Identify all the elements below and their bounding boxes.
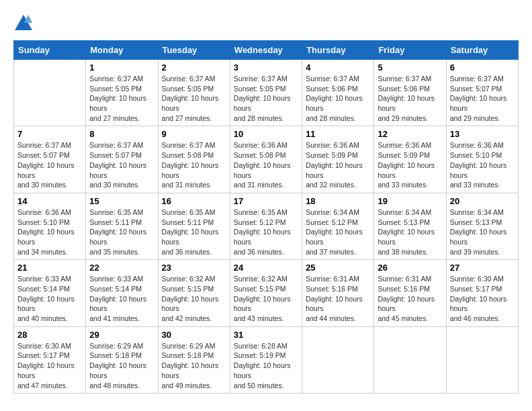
day-number: 28 bbox=[17, 330, 82, 340]
cell-info: Sunrise: 6:30 AMSunset: 5:17 PMDaylight:… bbox=[17, 341, 82, 390]
cell-info: Sunrise: 6:36 AMSunset: 5:08 PMDaylight:… bbox=[234, 140, 298, 189]
cell-info: Sunrise: 6:35 AMSunset: 5:11 PMDaylight:… bbox=[89, 208, 154, 257]
day-number: 19 bbox=[378, 196, 442, 206]
cell-info: Sunrise: 6:37 AMSunset: 5:05 PMDaylight:… bbox=[89, 74, 154, 123]
day-number: 7 bbox=[17, 129, 82, 139]
cell-info: Sunrise: 6:35 AMSunset: 5:11 PMDaylight:… bbox=[162, 208, 226, 257]
logo-icon bbox=[13, 13, 34, 34]
weekday-header: Monday bbox=[86, 41, 158, 60]
cell-info: Sunrise: 6:37 AMSunset: 5:07 PMDaylight:… bbox=[89, 140, 154, 189]
calendar-week-row: 14Sunrise: 6:36 AMSunset: 5:10 PMDayligh… bbox=[14, 193, 519, 259]
calendar-cell: 10Sunrise: 6:36 AMSunset: 5:08 PMDayligh… bbox=[230, 126, 302, 193]
cell-info: Sunrise: 6:37 AMSunset: 5:05 PMDaylight:… bbox=[162, 74, 226, 123]
calendar-cell: 12Sunrise: 6:36 AMSunset: 5:09 PMDayligh… bbox=[374, 126, 446, 193]
calendar-cell: 30Sunrise: 6:29 AMSunset: 5:18 PMDayligh… bbox=[158, 326, 230, 393]
weekday-header: Wednesday bbox=[230, 41, 302, 60]
day-number: 10 bbox=[234, 129, 298, 139]
day-number: 16 bbox=[162, 196, 226, 206]
calendar-cell: 24Sunrise: 6:32 AMSunset: 5:15 PMDayligh… bbox=[230, 260, 302, 326]
cell-info: Sunrise: 6:31 AMSunset: 5:16 PMDaylight:… bbox=[378, 274, 442, 323]
cell-info: Sunrise: 6:29 AMSunset: 5:18 PMDaylight:… bbox=[89, 341, 154, 390]
day-number: 17 bbox=[234, 196, 298, 206]
calendar-cell: 5Sunrise: 6:37 AMSunset: 5:06 PMDaylight… bbox=[374, 60, 446, 126]
cell-info: Sunrise: 6:29 AMSunset: 5:18 PMDaylight:… bbox=[162, 341, 226, 390]
calendar-week-row: 7Sunrise: 6:37 AMSunset: 5:07 PMDaylight… bbox=[14, 126, 519, 193]
calendar-week-row: 1Sunrise: 6:37 AMSunset: 5:05 PMDaylight… bbox=[14, 60, 519, 126]
day-number: 13 bbox=[450, 129, 515, 139]
day-number: 18 bbox=[306, 196, 370, 206]
calendar-cell: 21Sunrise: 6:33 AMSunset: 5:14 PMDayligh… bbox=[14, 260, 86, 326]
calendar-cell bbox=[14, 60, 86, 126]
calendar-cell: 14Sunrise: 6:36 AMSunset: 5:10 PMDayligh… bbox=[14, 193, 86, 259]
calendar-cell: 20Sunrise: 6:34 AMSunset: 5:13 PMDayligh… bbox=[446, 193, 518, 259]
day-number: 4 bbox=[306, 62, 370, 73]
cell-info: Sunrise: 6:37 AMSunset: 5:07 PMDaylight:… bbox=[17, 140, 82, 189]
calendar-cell: 31Sunrise: 6:28 AMSunset: 5:19 PMDayligh… bbox=[230, 326, 302, 393]
cell-info: Sunrise: 6:37 AMSunset: 5:06 PMDaylight:… bbox=[378, 74, 442, 123]
calendar-cell: 9Sunrise: 6:37 AMSunset: 5:08 PMDaylight… bbox=[158, 126, 230, 193]
weekday-header: Sunday bbox=[14, 41, 86, 60]
cell-info: Sunrise: 6:37 AMSunset: 5:07 PMDaylight:… bbox=[450, 74, 515, 123]
calendar-cell: 13Sunrise: 6:36 AMSunset: 5:10 PMDayligh… bbox=[446, 126, 518, 193]
day-number: 25 bbox=[306, 263, 370, 273]
day-number: 15 bbox=[89, 196, 154, 206]
calendar-cell: 17Sunrise: 6:35 AMSunset: 5:12 PMDayligh… bbox=[230, 193, 302, 259]
calendar-cell: 22Sunrise: 6:33 AMSunset: 5:14 PMDayligh… bbox=[86, 260, 158, 326]
calendar-week-row: 21Sunrise: 6:33 AMSunset: 5:14 PMDayligh… bbox=[14, 260, 519, 326]
cell-info: Sunrise: 6:32 AMSunset: 5:15 PMDaylight:… bbox=[162, 274, 226, 323]
weekday-header: Thursday bbox=[302, 41, 374, 60]
day-number: 30 bbox=[162, 330, 226, 340]
calendar-cell: 3Sunrise: 6:37 AMSunset: 5:05 PMDaylight… bbox=[230, 60, 302, 126]
calendar-cell: 1Sunrise: 6:37 AMSunset: 5:05 PMDaylight… bbox=[86, 60, 158, 126]
cell-info: Sunrise: 6:36 AMSunset: 5:10 PMDaylight:… bbox=[17, 208, 82, 257]
calendar-cell: 7Sunrise: 6:37 AMSunset: 5:07 PMDaylight… bbox=[14, 126, 86, 193]
weekday-header: Saturday bbox=[446, 41, 518, 60]
cell-info: Sunrise: 6:36 AMSunset: 5:09 PMDaylight:… bbox=[378, 140, 442, 189]
day-number: 11 bbox=[306, 129, 370, 139]
calendar-cell: 26Sunrise: 6:31 AMSunset: 5:16 PMDayligh… bbox=[374, 260, 446, 326]
day-number: 29 bbox=[89, 330, 154, 340]
day-number: 3 bbox=[234, 62, 298, 73]
day-number: 22 bbox=[89, 263, 154, 273]
day-number: 23 bbox=[162, 263, 226, 273]
calendar-cell: 16Sunrise: 6:35 AMSunset: 5:11 PMDayligh… bbox=[158, 193, 230, 259]
calendar-cell: 6Sunrise: 6:37 AMSunset: 5:07 PMDaylight… bbox=[446, 60, 518, 126]
day-number: 9 bbox=[162, 129, 226, 139]
calendar-cell: 29Sunrise: 6:29 AMSunset: 5:18 PMDayligh… bbox=[86, 326, 158, 393]
logo bbox=[13, 13, 36, 34]
weekday-header: Tuesday bbox=[158, 41, 230, 60]
calendar-cell: 25Sunrise: 6:31 AMSunset: 5:16 PMDayligh… bbox=[302, 260, 374, 326]
cell-info: Sunrise: 6:37 AMSunset: 5:06 PMDaylight:… bbox=[306, 74, 370, 123]
day-number: 31 bbox=[234, 330, 298, 340]
weekday-header: Friday bbox=[374, 41, 446, 60]
calendar-cell bbox=[446, 326, 518, 393]
page-header bbox=[13, 13, 519, 34]
day-number: 8 bbox=[89, 129, 154, 139]
cell-info: Sunrise: 6:34 AMSunset: 5:13 PMDaylight:… bbox=[450, 208, 515, 257]
cell-info: Sunrise: 6:28 AMSunset: 5:19 PMDaylight:… bbox=[234, 341, 298, 390]
calendar-cell: 11Sunrise: 6:36 AMSunset: 5:09 PMDayligh… bbox=[302, 126, 374, 193]
day-number: 12 bbox=[378, 129, 442, 139]
cell-info: Sunrise: 6:35 AMSunset: 5:12 PMDaylight:… bbox=[234, 208, 298, 257]
cell-info: Sunrise: 6:37 AMSunset: 5:05 PMDaylight:… bbox=[234, 74, 298, 123]
cell-info: Sunrise: 6:31 AMSunset: 5:16 PMDaylight:… bbox=[306, 274, 370, 323]
cell-info: Sunrise: 6:32 AMSunset: 5:15 PMDaylight:… bbox=[234, 274, 298, 323]
cell-info: Sunrise: 6:36 AMSunset: 5:10 PMDaylight:… bbox=[450, 140, 515, 189]
day-number: 2 bbox=[162, 62, 226, 73]
calendar-week-row: 28Sunrise: 6:30 AMSunset: 5:17 PMDayligh… bbox=[14, 326, 519, 393]
day-number: 5 bbox=[378, 62, 442, 73]
header-row: SundayMondayTuesdayWednesdayThursdayFrid… bbox=[14, 41, 519, 60]
day-number: 20 bbox=[450, 196, 515, 206]
calendar-cell bbox=[302, 326, 374, 393]
cell-info: Sunrise: 6:33 AMSunset: 5:14 PMDaylight:… bbox=[17, 274, 82, 323]
cell-info: Sunrise: 6:36 AMSunset: 5:09 PMDaylight:… bbox=[306, 140, 370, 189]
day-number: 6 bbox=[450, 62, 515, 73]
cell-info: Sunrise: 6:34 AMSunset: 5:12 PMDaylight:… bbox=[306, 208, 370, 257]
calendar-cell: 23Sunrise: 6:32 AMSunset: 5:15 PMDayligh… bbox=[158, 260, 230, 326]
day-number: 14 bbox=[17, 196, 82, 206]
day-number: 27 bbox=[450, 263, 515, 273]
day-number: 24 bbox=[234, 263, 298, 273]
cell-info: Sunrise: 6:34 AMSunset: 5:13 PMDaylight:… bbox=[378, 208, 442, 257]
day-number: 1 bbox=[89, 62, 154, 73]
day-number: 21 bbox=[17, 263, 82, 273]
